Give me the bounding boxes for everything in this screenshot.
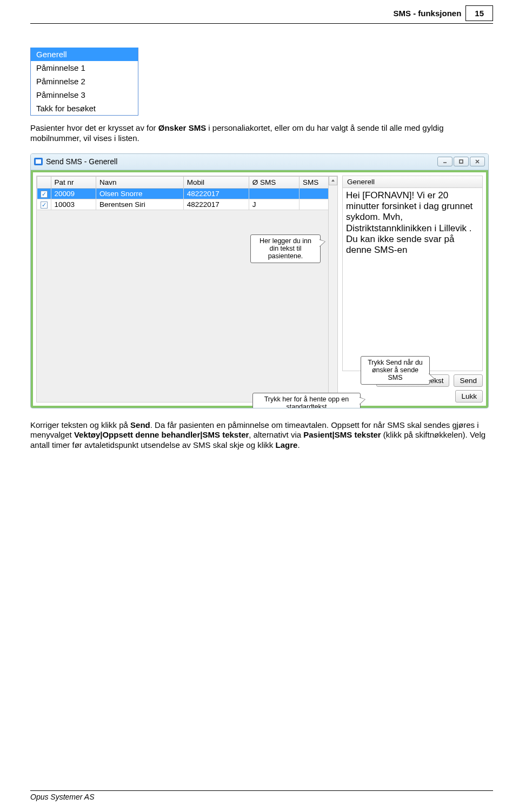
dropdown-item-paminnelse3[interactable]: Påminnelse 3 (31, 88, 138, 102)
close-button[interactable] (470, 157, 485, 166)
page-footer: Opus Systemer AS (30, 790, 493, 801)
col-header-osms[interactable]: Ø SMS (249, 176, 299, 188)
body-paragraph-2: Korriger teksten og klikk på Send. Da få… (30, 420, 489, 451)
svg-marker-4 (331, 179, 335, 182)
cell-mobil: 48222017 (183, 188, 249, 199)
cell-osms (249, 188, 299, 199)
patient-table-panel: Pat nr Navn Mobil Ø SMS SMS 20009 Olsen … (36, 176, 338, 402)
body-paragraph-1: Pasienter hvor det er krysset av for Øns… (30, 123, 489, 144)
header-page-number: 15 (465, 5, 493, 21)
lukk-button[interactable]: Lukk (455, 390, 483, 402)
col-header-mobil[interactable]: Mobil (183, 176, 249, 188)
vertical-scrollbar[interactable] (328, 176, 337, 402)
window-title: Send SMS - Generell (46, 157, 117, 166)
window-titlebar: Send SMS - Generell (31, 154, 488, 170)
template-name-header: Generell (342, 176, 483, 188)
dropdown-item-paminnelse1[interactable]: Påminnelse 1 (31, 61, 138, 75)
cell-patnr: 20009 (51, 188, 96, 199)
col-header-patnr[interactable]: Pat nr (51, 176, 96, 188)
col-header-navn[interactable]: Navn (96, 176, 184, 188)
cell-osms: J (249, 199, 299, 210)
minimize-button[interactable] (437, 157, 453, 166)
callout-send: Trykk Send når du ønsker å sende SMS (361, 356, 430, 385)
dropdown-item-generell[interactable]: Generell (31, 48, 138, 61)
row-checkbox[interactable] (41, 191, 48, 198)
cell-patnr: 10003 (51, 199, 96, 210)
col-header-check[interactable] (37, 176, 51, 188)
cell-navn: Berentsen Siri (96, 199, 184, 210)
send-sms-window: Send SMS - Generell Pat nr Navn Mobil Ø (30, 153, 489, 408)
sms-text-editor[interactable]: Hei [FORNAVN]! Vi er 20 minutter forsink… (342, 188, 483, 371)
sms-icon (34, 158, 43, 165)
maximize-button[interactable] (454, 157, 469, 166)
cell-mobil: 48222017 (183, 199, 249, 210)
callout-text-field: Her legger du inn din tekst til pasiente… (250, 234, 321, 263)
table-header-row: Pat nr Navn Mobil Ø SMS SMS (37, 176, 337, 188)
table-row[interactable]: 10003 Berentsen Siri 48222017 J (37, 199, 337, 210)
page-header: SMS - funksjonen 15 (0, 0, 519, 23)
patient-table[interactable]: Pat nr Navn Mobil Ø SMS SMS 20009 Olsen … (37, 176, 337, 210)
callout-hent-standardtekst: Trykk her for å hente opp en standardtek… (252, 393, 361, 408)
table-row[interactable]: 20009 Olsen Snorre 48222017 (37, 188, 337, 199)
send-button[interactable]: Send (454, 374, 483, 387)
header-title: SMS - funksjonen (393, 9, 461, 18)
svg-rect-1 (460, 160, 463, 163)
footer-company: Opus Systemer AS (30, 793, 493, 801)
header-rule (30, 23, 493, 24)
sms-template-dropdown-list[interactable]: Generell Påminnelse 1 Påminnelse 2 Påmin… (30, 48, 138, 116)
dropdown-item-paminnelse2[interactable]: Påminnelse 2 (31, 75, 138, 88)
row-checkbox[interactable] (41, 202, 48, 209)
cell-navn: Olsen Snorre (96, 188, 184, 199)
scroll-up-button[interactable] (329, 176, 337, 185)
dropdown-item-takk[interactable]: Takk for besøket (31, 102, 138, 115)
